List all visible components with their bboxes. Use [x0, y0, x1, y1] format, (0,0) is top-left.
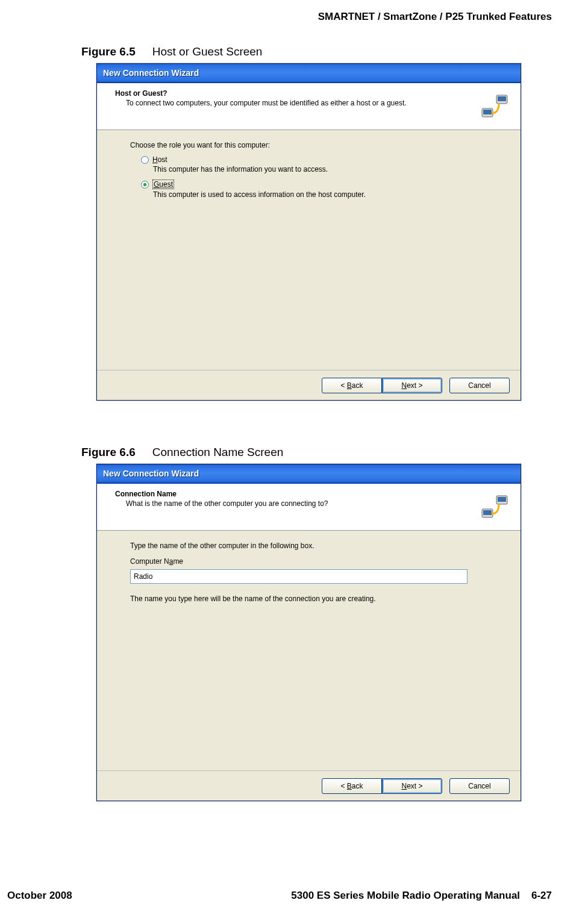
- wizard-heading: Connection Name: [115, 490, 508, 498]
- wizard-window-connection-name: New Connection Wizard Connection Name Wh…: [96, 464, 521, 801]
- radio-guest[interactable]: Guest: [141, 180, 487, 189]
- radio-guest-desc: This computer is used to access informat…: [153, 190, 487, 199]
- footer-manual-page: 5300 ES Series Mobile Radio Operating Ma…: [291, 890, 552, 902]
- radio-host-desc: This computer has the information you wa…: [153, 165, 487, 173]
- radio-host-label: Host: [152, 155, 167, 164]
- wizard-button-bar: < Back Next > Cancel: [97, 370, 521, 400]
- window-titlebar: New Connection Wizard: [97, 464, 521, 484]
- network-connection-icon: [480, 92, 510, 122]
- back-button[interactable]: < Back: [322, 378, 382, 393]
- role-prompt: Choose the role you want for this comput…: [130, 141, 487, 149]
- footer-page-num: 6-27: [531, 890, 552, 901]
- svg-rect-7: [498, 497, 506, 502]
- wizard-header-panel: Host or Guest? To connect two computers,…: [97, 83, 521, 130]
- cancel-button[interactable]: Cancel: [449, 378, 510, 393]
- wizard-subtext: What is the name of the other computer y…: [126, 499, 463, 509]
- window-titlebar: New Connection Wizard: [97, 64, 521, 83]
- figure-number: Figure 6.6: [81, 446, 136, 458]
- figure-caption: Figure 6.5Host or Guest Screen: [81, 45, 524, 58]
- network-connection-icon: [480, 492, 510, 522]
- wizard-body: Type the name of the other computer in t…: [97, 531, 521, 603]
- radio-icon: [141, 156, 149, 164]
- computer-name-input[interactable]: [130, 569, 468, 584]
- next-button[interactable]: Next >: [382, 778, 442, 794]
- svg-rect-1: [483, 110, 492, 114]
- footer-date: October 2008: [7, 890, 72, 902]
- radio-icon-selected: [141, 181, 149, 189]
- figure-6-6: Figure 6.6Connection Name Screen New Con…: [81, 446, 524, 801]
- wizard-subtext: To connect two computers, your computer …: [126, 99, 463, 108]
- wizard-window-host-guest: New Connection Wizard Host or Guest? To …: [96, 63, 521, 401]
- footer-manual-title: 5300 ES Series Mobile Radio Operating Ma…: [291, 890, 520, 901]
- wizard-header-panel: Connection Name What is the name of the …: [97, 484, 521, 531]
- figure-title: Connection Name Screen: [152, 446, 284, 458]
- svg-rect-5: [483, 510, 492, 515]
- page-header-right: SMARTNET / SmartZone / P25 Trunked Featu…: [318, 11, 552, 23]
- wizard-body: Choose the role you want for this comput…: [97, 130, 521, 199]
- wizard-heading: Host or Guest?: [115, 89, 508, 98]
- figure-6-5: Figure 6.5Host or Guest Screen New Conne…: [81, 45, 524, 401]
- connection-note: The name you type here will be the name …: [130, 595, 487, 603]
- radio-guest-label: Guest: [152, 180, 174, 189]
- back-button[interactable]: < Back: [322, 778, 382, 794]
- radio-host[interactable]: Host: [141, 155, 487, 164]
- svg-rect-3: [498, 96, 506, 101]
- figure-caption: Figure 6.6Connection Name Screen: [81, 446, 524, 459]
- name-prompt: Type the name of the other computer in t…: [130, 542, 487, 550]
- next-button[interactable]: Next >: [382, 378, 442, 393]
- figure-title: Host or Guest Screen: [152, 45, 263, 58]
- cancel-button[interactable]: Cancel: [449, 778, 510, 794]
- figure-number: Figure 6.5: [81, 45, 136, 58]
- computer-name-label: Computer Name: [130, 557, 487, 566]
- wizard-button-bar: < Back Next > Cancel: [97, 770, 521, 801]
